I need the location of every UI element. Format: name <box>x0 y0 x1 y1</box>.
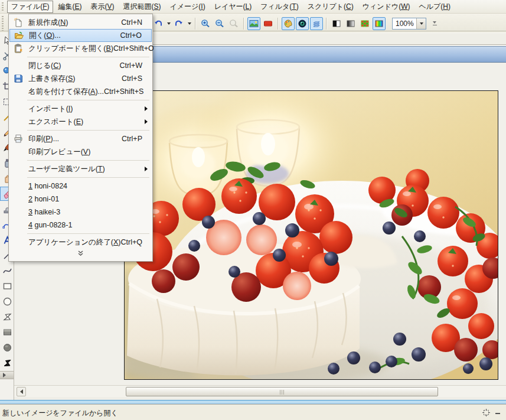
menu-item-print-preview[interactable]: 印刷プレビュー(V) <box>9 145 152 158</box>
menu-item-recent-2[interactable]: 2 honi-01 <box>9 193 152 206</box>
ellipse-filled-icon <box>2 343 12 353</box>
arrow-left-icon <box>20 389 23 394</box>
menu-shortcut: Ctrl+W <box>119 61 147 70</box>
menubar-item-edit[interactable]: 編集(E) <box>54 1 86 13</box>
toolbar-button-view-layers[interactable] <box>310 17 323 30</box>
toolbar-button-view-images[interactable] <box>247 17 260 30</box>
toolbar-button-view-palette[interactable] <box>282 17 295 30</box>
clipboard-icon <box>14 44 23 53</box>
chevron-right-icon <box>3 373 6 377</box>
toolbar-button-zoom-actual[interactable] <box>227 17 240 30</box>
menu-item-new[interactable]: 新規作成(N)Ctrl+N <box>9 16 152 29</box>
eye-icon <box>298 19 307 28</box>
menu-item-print[interactable]: 印刷(P)...Ctrl+P <box>9 132 152 145</box>
zoom-actual-icon <box>229 19 239 28</box>
statusbar-right <box>482 409 500 418</box>
toolbar-button-zoom-in[interactable] <box>199 17 212 30</box>
chevron-down-icon <box>167 22 171 25</box>
horizontal-scrollbar-thumb[interactable] <box>126 387 438 396</box>
toolbar-button-mode-grayscale[interactable] <box>344 17 357 30</box>
menubar: ファイル(F)編集(E)表示(V)選択範囲(S)イメージ(I)レイヤー(L)フィ… <box>0 0 506 14</box>
menu-shortcut: Ctrl+S <box>122 74 147 83</box>
chevron-down-icon <box>433 21 436 24</box>
selection-size-icon <box>482 409 490 418</box>
horizontal-scrollbar[interactable] <box>14 385 506 397</box>
toolbar-separator <box>195 18 196 30</box>
menu-item-save[interactable]: 上書き保存(S)Ctrl+S <box>9 72 152 85</box>
app-window: ファイル(F)編集(E)表示(V)選択範囲(S)イメージ(I)レイヤー(L)フィ… <box>0 0 506 420</box>
menubar-item-script[interactable]: スクリプト(C) <box>303 1 358 13</box>
canvas-image[interactable] <box>124 90 498 380</box>
ellipse-outline-icon <box>2 297 12 307</box>
menu-shortcut: Ctrl+N <box>121 18 147 27</box>
toolbar-button-mode-indexed[interactable] <box>358 17 371 30</box>
menu-item-import[interactable]: インポート(I) <box>9 102 152 115</box>
tool-ellipse-filled[interactable] <box>0 340 14 354</box>
tool-rect-outline[interactable] <box>0 279 14 293</box>
bw-icon <box>332 19 341 28</box>
indexed-color-icon <box>360 19 370 28</box>
layers-icon <box>312 19 321 28</box>
zoom-value: 100% <box>393 18 416 29</box>
toolbar-button-view-info[interactable] <box>262 17 275 30</box>
menubar-item-selection[interactable]: 選択範囲(S) <box>119 1 165 13</box>
menu-item-save-as[interactable]: 名前を付けて保存(A)...Ctrl+Shift+S <box>9 85 152 98</box>
toolbar-button-mode-fullcolor[interactable] <box>373 17 386 30</box>
rect-outline-icon <box>2 281 12 291</box>
save-icon <box>14 74 23 83</box>
menu-item-recent-4[interactable]: 4 gun-0828-1 <box>9 219 152 232</box>
toolbar-button-zoom-out[interactable] <box>213 17 226 30</box>
toolbar-separator <box>243 18 244 30</box>
menubar-item-file[interactable]: ファイル(F) <box>7 1 53 13</box>
menu-item-open[interactable]: 開く(O)...Ctrl+O <box>9 29 152 42</box>
toolbar-grip[interactable] <box>2 16 4 31</box>
tool-palette-expand-button[interactable] <box>0 371 14 379</box>
toolbar-button-undo-dropdown[interactable] <box>165 17 172 30</box>
menu-shortcut: Ctrl+P <box>122 135 147 143</box>
statusbar: 新しいイメージをファイルから開く <box>0 404 506 420</box>
redo-icon <box>174 19 184 28</box>
submenu-arrow-icon <box>145 167 148 171</box>
menu-expand-button[interactable] <box>9 249 152 258</box>
menu-item-export[interactable]: エクスポート(E) <box>9 115 152 128</box>
chevron-double-down-icon <box>77 250 84 256</box>
polygon-outline-icon <box>2 312 12 322</box>
menubar-item-filter[interactable]: フィルタ(T) <box>256 1 302 13</box>
zoom-out-icon <box>215 19 224 28</box>
photo-strawberry-cake <box>125 91 498 380</box>
zoom-combobox[interactable]: 100% <box>392 18 426 30</box>
toolbar-button-redo-dropdown[interactable] <box>186 17 192 30</box>
bottom-accent-strip <box>0 400 506 404</box>
menu-item-open-clipboard[interactable]: クリップボードを開く(B)Ctrl+Shift+O <box>9 42 152 55</box>
menu-separator <box>27 57 149 57</box>
zoom-combo-dropdown-button[interactable] <box>416 18 426 29</box>
tool-polygon-outline[interactable] <box>0 310 14 324</box>
tool-rect-filled[interactable] <box>0 325 14 339</box>
toolbar-button-view-preview[interactable] <box>296 17 309 30</box>
scroll-left-button[interactable] <box>17 387 26 396</box>
tool-polygon-filled[interactable] <box>0 356 14 370</box>
tool-curve[interactable] <box>0 263 14 278</box>
submenu-arrow-icon <box>145 106 148 111</box>
menubar-grip[interactable] <box>2 2 4 11</box>
menu-item-exit[interactable]: アプリケーションの終了(X)Ctrl+Q <box>9 236 152 249</box>
menubar-item-layer[interactable]: レイヤー(L) <box>210 1 256 13</box>
toolbar-overflow-button[interactable] <box>431 17 438 30</box>
menubar-item-window[interactable]: ウィンドウ(W) <box>358 1 414 13</box>
toolbar-button-undo[interactable] <box>152 17 165 30</box>
statusbar-text: 新しいイメージをファイルから開く <box>2 409 118 417</box>
toolbar-button-redo[interactable] <box>172 17 185 30</box>
undo-icon <box>154 19 163 28</box>
menu-item-close[interactable]: 閉じる(C)Ctrl+W <box>9 59 152 72</box>
printer-icon <box>14 134 23 144</box>
toolbar-button-mode-monochrome[interactable] <box>330 17 343 30</box>
menubar-item-help[interactable]: ヘルプ(H) <box>415 1 455 13</box>
menu-item-recent-1[interactable]: 1 honi-0824 <box>9 180 152 193</box>
overflow-underline <box>433 25 437 25</box>
menubar-item-view[interactable]: 表示(V) <box>86 1 118 13</box>
toolbar-separator <box>326 18 327 30</box>
tool-ellipse-outline[interactable] <box>0 294 14 308</box>
menu-item-recent-3[interactable]: 3 haikei-3 <box>9 206 152 219</box>
menubar-item-image[interactable]: イメージ(I) <box>166 1 210 13</box>
menu-item-user-tools[interactable]: ユーザー定義ツール(T) <box>9 162 152 175</box>
